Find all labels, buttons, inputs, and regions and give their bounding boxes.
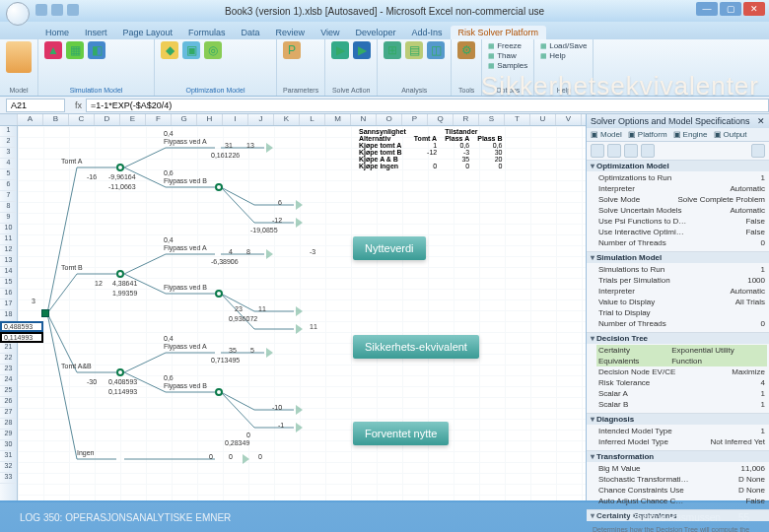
fit-button[interactable]: ⚙ bbox=[457, 41, 475, 59]
taskpane-close-icon[interactable]: ✕ bbox=[757, 116, 765, 126]
tab-developer[interactable]: Developer bbox=[347, 26, 403, 39]
taskpane-toolbar[interactable] bbox=[587, 142, 769, 161]
constraints-button[interactable]: ▣ bbox=[182, 41, 200, 59]
tp-section-transformation[interactable]: Transformation bbox=[587, 451, 769, 462]
callout-forventet: Forventet nytte bbox=[353, 422, 449, 445]
terminal-icon bbox=[296, 423, 303, 432]
svg-line-6 bbox=[47, 313, 77, 459]
results-button[interactable]: ◧ bbox=[88, 41, 105, 59]
tab-risksolver[interactable]: Risk Solver Platform bbox=[451, 26, 547, 39]
parameters-button[interactable]: P bbox=[283, 41, 301, 59]
close-button[interactable]: ✕ bbox=[743, 2, 765, 16]
footer-left: LOG 350: OPERASJONSANALYTISKE EMNER bbox=[20, 512, 231, 523]
svg-line-15 bbox=[221, 187, 254, 223]
tp-property-row[interactable]: Inferred Model TypeNot Inferred Yet bbox=[596, 436, 767, 447]
tp-tab-platform[interactable]: Platform bbox=[628, 130, 667, 139]
freeze-button[interactable]: Freeze bbox=[488, 41, 527, 50]
maximize-button[interactable]: ▢ bbox=[720, 2, 741, 16]
samples-button[interactable]: Samples bbox=[488, 61, 527, 70]
simulate-button[interactable]: ▶ bbox=[331, 41, 349, 59]
reports-button[interactable]: ▤ bbox=[405, 41, 423, 59]
tp-property-row[interactable]: Stochastic Transformati…D None bbox=[596, 474, 767, 485]
tp-property-row[interactable]: Simulations to Run1 bbox=[596, 264, 767, 275]
footer-page: 55 bbox=[738, 512, 749, 523]
cell-a20[interactable]: 0,488593 bbox=[0, 321, 43, 332]
chance-node bbox=[215, 183, 223, 191]
name-box[interactable]: A21 bbox=[6, 99, 65, 112]
tp-tab-engine[interactable]: Engine bbox=[673, 130, 708, 139]
svg-line-33 bbox=[221, 392, 254, 428]
tp-property-row[interactable]: InterpreterAutomatic bbox=[596, 286, 767, 297]
tab-view[interactable]: View bbox=[313, 26, 347, 39]
thaw-button[interactable]: Thaw bbox=[488, 51, 527, 60]
ribbon-group-parameters: P Parameters bbox=[277, 39, 325, 96]
ribbon-group-optimization: ◆ ▣ ◎ Optimization Model bbox=[155, 39, 277, 96]
tab-insert[interactable]: Insert bbox=[77, 26, 115, 39]
tab-home[interactable]: Home bbox=[37, 26, 77, 39]
svg-line-8 bbox=[124, 148, 166, 167]
row-headers: 1234567891011121314151617181920212223242… bbox=[0, 126, 18, 500]
tp-property-row[interactable]: InterpreterAutomatic bbox=[596, 183, 767, 194]
tp-property-row[interactable]: Value to DisplayAll Trials bbox=[596, 297, 767, 307]
decisiontree-button[interactable]: ⊞ bbox=[384, 41, 401, 59]
title-bar: Book3 (version 1).xlsb [Autosaved] - Mic… bbox=[0, 0, 769, 22]
tab-formulas[interactable]: Formulas bbox=[180, 26, 234, 39]
tp-property-row[interactable]: Scalar A1 bbox=[596, 388, 767, 399]
tp-section-optimization[interactable]: Optimization Model bbox=[587, 161, 769, 171]
ribbon-group-model: Model bbox=[0, 39, 38, 96]
svg-line-13 bbox=[221, 187, 254, 205]
tp-property-row[interactable]: Scalar B1 bbox=[596, 399, 767, 410]
tp-section-simulation[interactable]: Simulation Model bbox=[587, 252, 769, 263]
terminal-icon bbox=[243, 454, 249, 464]
objective-button[interactable]: ◎ bbox=[204, 41, 222, 59]
tp-property-row[interactable]: Solve ModeSolve Complete Problem bbox=[596, 194, 767, 205]
tab-review[interactable]: Review bbox=[268, 26, 314, 39]
cell-a21-selected[interactable]: 0,114993 bbox=[0, 332, 43, 343]
model-icon[interactable] bbox=[6, 41, 32, 73]
svg-line-31 bbox=[221, 392, 254, 410]
tp-section-decisiontree[interactable]: Decision Tree bbox=[587, 333, 769, 344]
quick-access-toolbar[interactable] bbox=[35, 4, 79, 16]
tp-property-row[interactable]: Intended Model Type1 bbox=[596, 426, 767, 436]
chance-node bbox=[116, 368, 124, 376]
chance-node bbox=[215, 388, 223, 396]
worksheet[interactable]: ABCDEFGHIJKLMNOPQRSTUV 12345678910111213… bbox=[0, 114, 586, 500]
tp-property-row[interactable]: Solve Uncertain ModelsAutomatic bbox=[596, 205, 767, 216]
help-button[interactable]: Help bbox=[540, 51, 587, 60]
tp-property-row[interactable]: Trial to Display bbox=[596, 307, 767, 318]
loadsave-button[interactable]: Load/Save bbox=[540, 41, 587, 50]
tp-property-row[interactable]: Big M Value11,006 bbox=[596, 463, 767, 474]
correlations-button[interactable]: ▦ bbox=[66, 41, 84, 59]
office-button[interactable] bbox=[6, 2, 30, 26]
tab-data[interactable]: Data bbox=[234, 26, 268, 39]
slide-footer: LOG 350: OPERASJONSANALYTISKE EMNER Rasm… bbox=[0, 502, 769, 532]
optimize-button[interactable]: ▶ bbox=[353, 41, 371, 59]
tab-pagelayout[interactable]: Page Layout bbox=[115, 26, 181, 39]
decisions-button[interactable]: ◆ bbox=[161, 41, 178, 59]
tp-property-row[interactable]: Use Psi Functions to D…False bbox=[596, 216, 767, 227]
tp-property-row[interactable]: Risk Tolerance4 bbox=[596, 377, 767, 388]
tp-property-row[interactable]: Chance Constraints UseD None bbox=[596, 485, 767, 496]
window-title: Book3 (version 1).xlsb [Autosaved] - Mic… bbox=[225, 6, 544, 17]
charts-button[interactable]: ◫ bbox=[427, 41, 445, 59]
footer-author: Rasmus Rasmussen bbox=[630, 512, 721, 523]
tp-section-diagnosis[interactable]: Diagnosis bbox=[587, 414, 769, 425]
ribbon-group-analysis: ⊞ ▤ ◫ Analysis bbox=[378, 39, 452, 96]
tab-addins[interactable]: Add-Ins bbox=[404, 26, 451, 39]
fx-icon[interactable]: fx bbox=[75, 100, 82, 110]
tp-property-row[interactable]: Trials per Simulation1000 bbox=[596, 275, 767, 286]
tp-property-row[interactable]: Optimizations to Run1 bbox=[596, 172, 767, 183]
taskpane-title: Solver Options and Model Specifications … bbox=[587, 114, 769, 128]
terminal-icon bbox=[296, 324, 303, 334]
minimize-button[interactable]: — bbox=[696, 2, 718, 16]
tp-property-row[interactable]: Number of Threads0 bbox=[596, 237, 767, 248]
terminal-icon bbox=[296, 218, 303, 228]
tp-property-row[interactable]: Use Interactive Optimi…False bbox=[596, 227, 767, 237]
tp-property-row[interactable]: Decision Node EV/CEMaximize bbox=[596, 366, 767, 377]
tp-tab-model[interactable]: Model bbox=[591, 130, 622, 139]
slide-title: Sikkerhetsekvivalenter bbox=[481, 71, 759, 101]
tp-property-row[interactable]: Number of Threads0 bbox=[596, 318, 767, 329]
tp-tab-output[interactable]: Output bbox=[714, 130, 747, 139]
tp-property-row[interactable]: Certainty EquivalentsExponential Utility… bbox=[596, 345, 767, 366]
distributions-button[interactable]: ▲ bbox=[44, 41, 62, 59]
